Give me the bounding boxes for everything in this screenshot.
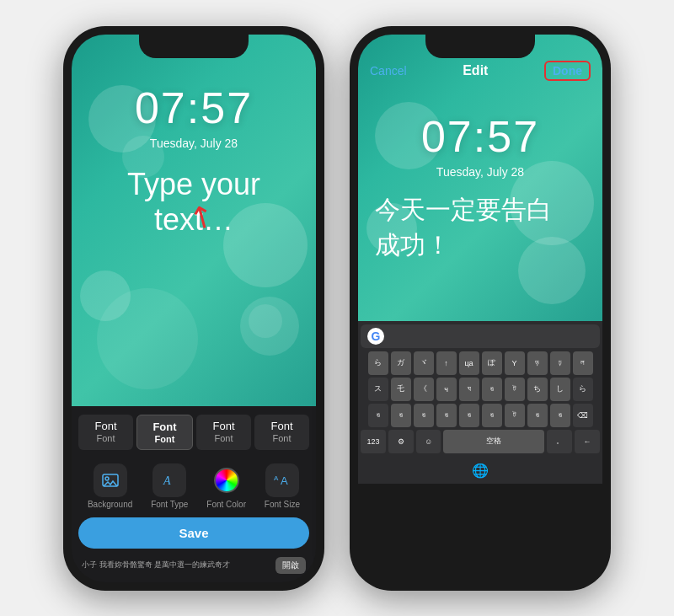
kb-key[interactable]: ス <box>368 378 388 401</box>
kb-key[interactable]: 《 <box>414 378 434 401</box>
kb-key[interactable]: ч <box>436 378 457 401</box>
font-sub-2: Font <box>141 434 189 444</box>
phone-1: 07:57 ▪▪▪ 4G 🔋 07:57 Tuesday, July 28 Ty… <box>63 26 324 591</box>
background-icon <box>94 463 127 497</box>
kb-key[interactable]: ঙ <box>414 404 434 427</box>
kb-key[interactable]: ঙ <box>368 404 388 427</box>
font-option-2[interactable]: Font Font <box>136 415 193 450</box>
kb-key[interactable]: ঙ <box>391 404 411 427</box>
font-size-icon: A A <box>265 463 299 497</box>
kb-key[interactable]: ঙ <box>436 404 457 427</box>
kb-key[interactable]: ঘ <box>459 378 479 401</box>
kb-row-4: 123 ⚙ ☺ 空格 。 ← <box>361 430 600 453</box>
kb-key[interactable]: ঙ <box>550 404 570 427</box>
font-sub-4: Font <box>258 433 306 443</box>
phone-1-screen: 07:57 ▪▪▪ 4G 🔋 07:57 Tuesday, July 28 Ty… <box>72 35 316 582</box>
kb-space[interactable]: 空格 <box>443 430 544 453</box>
kb-key[interactable]: ল <box>573 351 593 375</box>
wallpaper-2: 07:58 ▪▪▪ 4G 🔋 Cancel Edit Done 07:57 Tu… <box>358 35 602 321</box>
kb-emoji[interactable]: ☺ <box>416 430 441 453</box>
font-label-1: Font <box>82 420 130 432</box>
kb-key[interactable]: ড় <box>527 351 548 375</box>
kb-settings[interactable]: ⚙ <box>388 430 414 453</box>
cancel-button[interactable]: Cancel <box>370 64 407 78</box>
kb-key[interactable]: ঙ <box>527 404 548 427</box>
font-type-icon: A <box>152 463 186 497</box>
kb-key[interactable]: ら <box>573 378 593 401</box>
font-sub-3: Font <box>200 433 248 443</box>
toolbar-row: Background A Font Type Font Color <box>78 457 309 512</box>
kb-row-3: ঙ ঙ ঙ ঙ ঙ ঙ ট ঙ ঙ ⌫ <box>361 404 600 427</box>
globe-icon[interactable]: 🌐 <box>472 463 489 479</box>
kb-key[interactable]: ヾ <box>414 351 434 375</box>
kb-key[interactable]: ঢ় <box>550 351 570 375</box>
bokeh-7 <box>240 297 299 356</box>
save-button[interactable]: Save <box>78 517 309 549</box>
background-label: Background <box>88 500 132 509</box>
color-circle <box>214 468 239 493</box>
kb-key[interactable]: 乇 <box>391 378 411 401</box>
kb-key[interactable]: ট <box>505 404 525 427</box>
font-sub-1: Font <box>82 433 130 443</box>
wallpaper-1: 07:57 ▪▪▪ 4G 🔋 07:57 Tuesday, July 28 Ty… <box>72 35 316 406</box>
font-type-tool[interactable]: A Font Type <box>151 463 188 509</box>
kb-key[interactable]: ঙ <box>482 404 502 427</box>
notch-2 <box>425 35 535 58</box>
bokeh-6 <box>97 288 198 389</box>
kb-row-1: ら ガ ヾ ↑ ца ぽ Y ড় ঢ় ল <box>361 351 600 375</box>
kb-key[interactable]: ち <box>527 378 548 401</box>
date-1: Tuesday, July 28 <box>150 137 238 150</box>
edit-title: Edit <box>463 63 488 78</box>
svg-text:A: A <box>274 474 279 482</box>
font-color-tool[interactable]: Font Color <box>206 463 246 509</box>
ad-bar: 小子 我看妳骨骼驚奇 是萬中選一的練武奇才 開啟 <box>78 554 309 576</box>
font-size-label: Font Size <box>265 500 300 509</box>
kb-key[interactable]: ঙ <box>459 404 479 427</box>
date-2: Tuesday, July 28 <box>436 165 524 179</box>
custom-text-zh: 今天一定要告白 成功！ <box>358 192 602 263</box>
phone-2: 07:58 ▪▪▪ 4G 🔋 Cancel Edit Done 07:57 Tu… <box>350 26 611 591</box>
kb-key[interactable]: ら <box>368 351 388 375</box>
clock-2: 07:57 <box>421 111 539 162</box>
kb-backspace[interactable]: ⌫ <box>573 404 593 427</box>
kb-key[interactable]: ぽ <box>482 351 502 375</box>
font-option-1[interactable]: Font Font <box>78 415 133 450</box>
google-bar: G <box>361 324 600 348</box>
kb-key[interactable]: ট <box>505 378 525 401</box>
ad-text: 小子 我看妳骨骼驚奇 是萬中選一的練武奇才 <box>82 560 275 570</box>
kb-key[interactable]: し <box>550 378 570 401</box>
kb-key[interactable]: ца <box>459 351 479 375</box>
background-tool[interactable]: Background <box>88 463 132 509</box>
keyboard-area: G ら ガ ヾ ↑ ца ぽ Y ড় ঢ় ল ス 乇 《 ч ঘ <box>358 321 602 459</box>
kb-period[interactable]: 。 <box>547 430 572 453</box>
phone-2-screen: 07:58 ▪▪▪ 4G 🔋 Cancel Edit Done 07:57 Tu… <box>358 35 602 582</box>
font-options-row1: Font Font Font Font Font Font Font Font <box>78 415 309 450</box>
font-label-2: Font <box>141 420 189 433</box>
font-type-label: Font Type <box>151 500 188 509</box>
done-button[interactable]: Done <box>544 61 591 81</box>
svg-text:A: A <box>163 474 171 487</box>
kb-row-2: ス 乇 《 ч ঘ ঙ ট ち し ら <box>361 378 600 401</box>
font-size-tool[interactable]: A A Font Size <box>265 463 300 509</box>
google-logo: G <box>367 328 384 345</box>
bottom-panel-1: Font Font Font Font Font Font Font Font <box>72 406 316 582</box>
kb-123[interactable]: 123 <box>361 430 386 453</box>
notch-1 <box>139 35 249 58</box>
font-color-label: Font Color <box>206 500 246 509</box>
kb-return[interactable]: ← <box>575 430 600 453</box>
kb-key[interactable]: ঙ <box>482 378 502 401</box>
font-label-4: Font <box>258 420 306 432</box>
globe-bar: 🌐 <box>358 459 602 484</box>
font-label-3: Font <box>200 420 248 432</box>
svg-text:A: A <box>281 474 288 487</box>
font-option-3[interactable]: Font Font <box>196 415 251 450</box>
clock-1: 07:57 <box>135 83 253 133</box>
ad-button[interactable]: 開啟 <box>275 557 306 574</box>
font-option-4[interactable]: Font Font <box>254 415 309 450</box>
font-color-icon <box>210 463 243 497</box>
kb-key[interactable]: ガ <box>391 351 411 375</box>
kb-key[interactable]: ↑ <box>436 351 457 375</box>
svg-point-1 <box>105 477 109 480</box>
kb-key[interactable]: Y <box>505 351 525 375</box>
nav-bar: Cancel Edit Done <box>358 57 602 86</box>
